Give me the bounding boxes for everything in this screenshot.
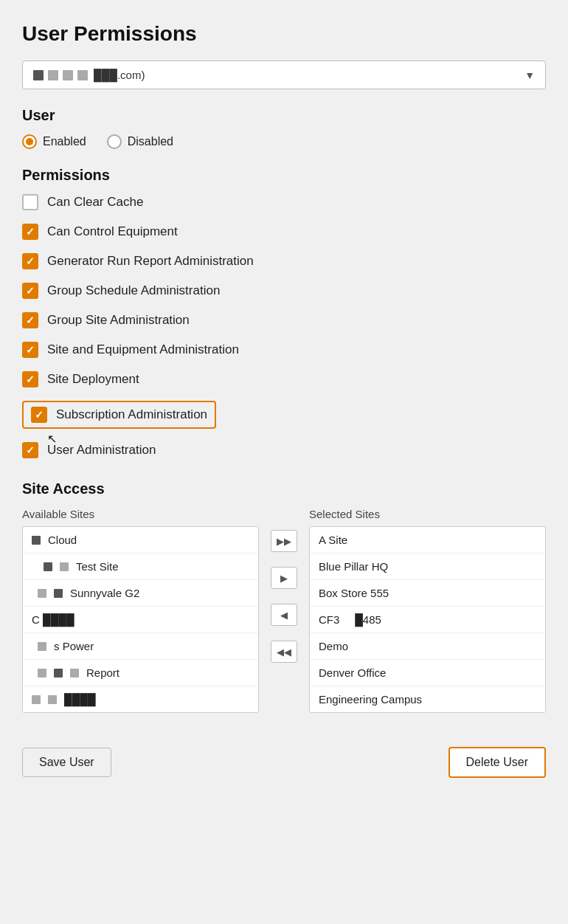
permissions-section-title: Permissions bbox=[22, 167, 546, 184]
site-name: CF3 █485 bbox=[319, 613, 381, 626]
permission-item-user-admin: User Administration bbox=[22, 442, 546, 458]
permissions-section: Permissions Can Clear Cache Can Control … bbox=[22, 167, 546, 458]
checkbox-can-clear-cache[interactable] bbox=[22, 194, 38, 210]
site-name: A Site bbox=[319, 534, 347, 546]
permission-item-generator-run-report: Generator Run Report Administration bbox=[22, 253, 546, 269]
user-section-title: User bbox=[22, 107, 546, 124]
list-item[interactable]: Test Site bbox=[23, 554, 258, 580]
list-item[interactable]: Cloud bbox=[23, 527, 258, 554]
save-user-button[interactable]: Save User bbox=[22, 748, 111, 777]
permission-item-site-deployment: Site Deployment bbox=[22, 371, 546, 387]
permission-item-can-control-equipment: Can Control Equipment bbox=[22, 224, 546, 240]
list-item[interactable]: s Power bbox=[23, 633, 258, 660]
list-item[interactable]: Denver Office bbox=[310, 660, 545, 686]
permission-item-group-site: Group Site Administration bbox=[22, 312, 546, 328]
user-avatar-squares bbox=[33, 70, 88, 80]
site-access-title: Site Access bbox=[22, 480, 546, 497]
sq2 bbox=[48, 70, 58, 80]
available-sites-column: Available Sites Cloud Test Site bbox=[22, 508, 259, 713]
list-item[interactable]: A Site bbox=[310, 527, 545, 554]
permission-label-group-site: Group Site Administration bbox=[47, 313, 190, 328]
list-item[interactable]: Demo bbox=[310, 633, 545, 660]
move-all-right-button[interactable]: ▶▶ bbox=[271, 530, 297, 552]
move-right-button[interactable]: ▶ bbox=[271, 567, 297, 589]
dropdown-arrow-icon: ▼ bbox=[524, 69, 535, 81]
permission-label-site-equipment: Site and Equipment Administration bbox=[47, 342, 239, 357]
site-icon3 bbox=[70, 669, 79, 678]
permission-item-subscription-admin-highlight: Subscription Administration bbox=[22, 401, 216, 429]
permission-item-site-equipment: Site and Equipment Administration bbox=[22, 342, 546, 358]
site-icon bbox=[32, 536, 41, 545]
site-name: Box Store 555 bbox=[319, 587, 389, 599]
bottom-bar: Save User Delete User bbox=[22, 735, 546, 778]
site-icon bbox=[38, 669, 46, 678]
site-name: Sunnyvale G2 bbox=[70, 587, 139, 599]
sq4 bbox=[77, 70, 88, 80]
disabled-label: Disabled bbox=[128, 135, 173, 148]
list-item[interactable]: ████ bbox=[23, 686, 258, 712]
disabled-radio[interactable]: Disabled bbox=[107, 134, 173, 149]
checkbox-can-control-equipment[interactable] bbox=[22, 224, 38, 240]
site-name: Demo bbox=[319, 640, 348, 652]
selected-sites-list[interactable]: A Site Blue Pillar HQ Box Store 555 CF3 … bbox=[309, 526, 546, 713]
site-icon2 bbox=[54, 669, 63, 678]
delete-user-button[interactable]: Delete User bbox=[448, 747, 546, 778]
site-name: ████ bbox=[64, 693, 96, 706]
site-name: Report bbox=[86, 666, 120, 679]
site-transfer-arrows: ▶▶ ▶ ◀ ◀◀ bbox=[271, 508, 297, 663]
move-left-button[interactable]: ◀ bbox=[271, 604, 297, 626]
site-icon2 bbox=[54, 589, 63, 598]
site-name: s Power bbox=[54, 640, 94, 652]
checkbox-site-equipment[interactable] bbox=[22, 342, 38, 358]
permission-label-can-clear-cache: Can Clear Cache bbox=[47, 195, 143, 210]
site-icon bbox=[38, 589, 46, 598]
site-name: Blue Pillar HQ bbox=[319, 560, 388, 573]
enabled-radio-circle bbox=[22, 134, 37, 149]
site-name: Denver Office bbox=[319, 666, 386, 679]
sq3 bbox=[63, 70, 73, 80]
list-item[interactable]: CF3 █485 bbox=[310, 607, 545, 633]
available-sites-list[interactable]: Cloud Test Site Sunnyvale G2 C ████ bbox=[22, 526, 259, 713]
permission-label-can-control-equipment: Can Control Equipment bbox=[47, 224, 178, 239]
permission-label-site-deployment: Site Deployment bbox=[47, 372, 139, 387]
site-icon bbox=[38, 642, 46, 651]
permission-label-generator-run-report: Generator Run Report Administration bbox=[47, 254, 254, 269]
checkbox-site-deployment[interactable] bbox=[22, 371, 38, 387]
checkbox-generator-run-report[interactable] bbox=[22, 253, 38, 269]
site-icon bbox=[32, 695, 41, 704]
list-item[interactable]: Blue Pillar HQ bbox=[310, 554, 545, 580]
site-name: Test Site bbox=[76, 560, 119, 573]
site-icon2 bbox=[48, 695, 57, 704]
site-icon2 bbox=[60, 562, 69, 571]
permission-item-group-schedule: Group Schedule Administration bbox=[22, 283, 546, 299]
permission-label-user-admin: User Administration bbox=[47, 443, 156, 458]
checkbox-user-admin[interactable] bbox=[22, 442, 38, 458]
checkbox-group-schedule[interactable] bbox=[22, 283, 38, 299]
list-item[interactable]: C ████ bbox=[23, 607, 258, 633]
checkbox-group-site[interactable] bbox=[22, 312, 38, 328]
site-name: Cloud bbox=[48, 534, 77, 546]
page-container: User Permissions ███.com) ▼ User Enabled… bbox=[0, 0, 568, 924]
checkbox-subscription-admin[interactable] bbox=[31, 407, 47, 423]
page-title: User Permissions bbox=[22, 22, 546, 46]
move-all-left-button[interactable]: ◀◀ bbox=[271, 641, 297, 663]
user-dropdown[interactable]: ███.com) ▼ bbox=[22, 61, 546, 89]
enabled-label: Enabled bbox=[43, 135, 86, 148]
sq1 bbox=[33, 70, 44, 80]
permission-label-group-schedule: Group Schedule Administration bbox=[47, 283, 220, 298]
list-item[interactable]: Sunnyvale G2 bbox=[23, 580, 258, 607]
selected-sites-column: Selected Sites A Site Blue Pillar HQ Box… bbox=[309, 508, 546, 713]
user-status-radio-group: Enabled Disabled bbox=[22, 134, 546, 149]
site-name: Engineering Campus bbox=[319, 693, 422, 706]
available-sites-header: Available Sites bbox=[22, 508, 259, 520]
enabled-radio[interactable]: Enabled bbox=[22, 134, 86, 149]
permission-item-can-clear-cache: Can Clear Cache bbox=[22, 194, 546, 210]
site-access-layout: Available Sites Cloud Test Site bbox=[22, 508, 546, 713]
site-icon bbox=[44, 562, 52, 571]
site-name: C ████ bbox=[32, 613, 75, 626]
list-item[interactable]: Report bbox=[23, 660, 258, 686]
list-item[interactable]: Engineering Campus bbox=[310, 686, 545, 712]
user-email-display: ███.com) bbox=[94, 69, 519, 81]
disabled-radio-circle bbox=[107, 134, 122, 149]
list-item[interactable]: Box Store 555 bbox=[310, 580, 545, 607]
